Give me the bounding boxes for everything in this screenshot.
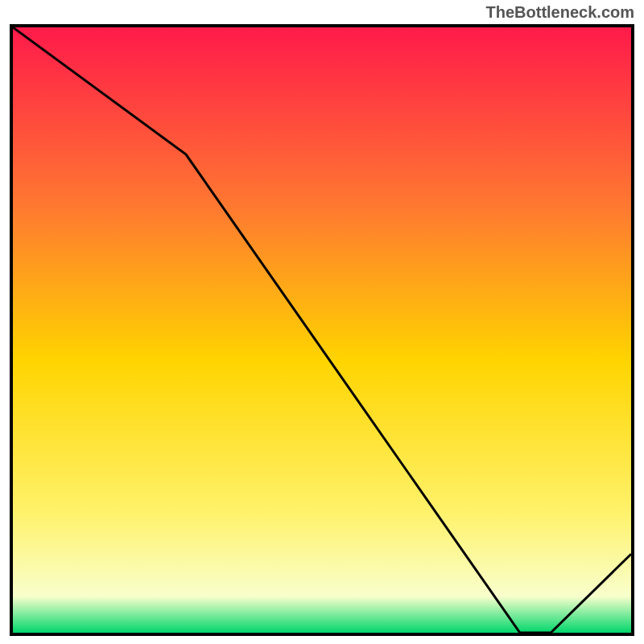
gradient-background xyxy=(13,27,631,633)
attribution-text: TheBottleneck.com xyxy=(486,3,634,22)
chart-plot-area xyxy=(10,24,634,636)
chart-svg xyxy=(13,27,631,633)
